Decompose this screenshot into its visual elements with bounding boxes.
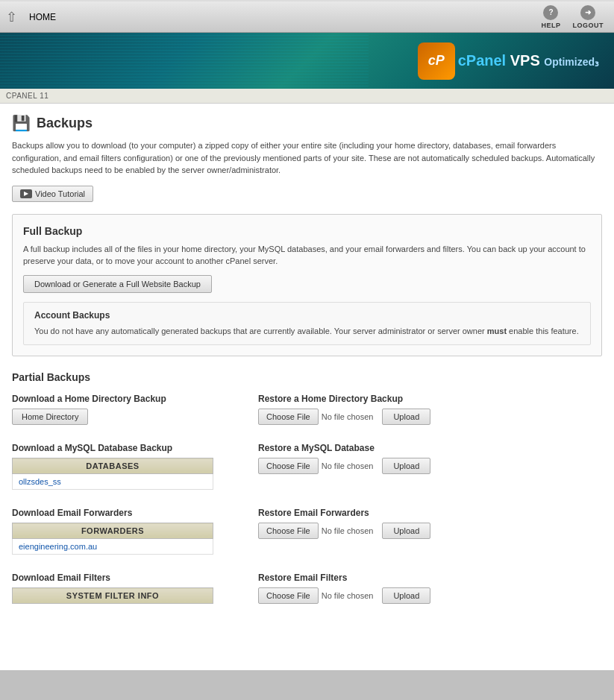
email-filters-restore-section: Restore Email Filters Choose File No fil… bbox=[258, 573, 430, 604]
home-directory-row: Download a Home Directory Backup Home Di… bbox=[12, 394, 602, 425]
banner-decoration bbox=[0, 33, 369, 89]
banner: cP cPanel VPS Optimized₃ bbox=[0, 33, 614, 89]
mysql-database-row: Download a MySQL Database Backup Databas… bbox=[12, 443, 602, 490]
breadcrumb-text: cPanel 11 bbox=[6, 92, 48, 100]
help-nav-button[interactable]: ? HELP bbox=[536, 4, 565, 31]
home-dir-file-input-group: Choose File No file chosen Upload bbox=[258, 409, 430, 425]
table-row[interactable]: ollzsdes_ss bbox=[13, 474, 213, 490]
table-row[interactable]: eiengineering.com.au bbox=[13, 539, 213, 555]
back-arrow-icon[interactable]: ⇧ bbox=[6, 9, 17, 25]
mysql-db-choose-file-button[interactable]: Choose File bbox=[258, 458, 319, 474]
video-icon: ▶ bbox=[20, 189, 32, 198]
mysql-db-restore-section: Restore a MySQL Database Choose File No … bbox=[258, 443, 430, 474]
home-dir-choose-file-button[interactable]: Choose File bbox=[258, 409, 319, 425]
email-filters-restore-title: Restore Email Filters bbox=[258, 573, 430, 583]
email-forwarders-upload-button[interactable]: Upload bbox=[382, 523, 430, 539]
mysql-db-no-file-text: No file chosen bbox=[322, 461, 374, 470]
top-navigation: ⇧ HOME ? HELP ➜ LOGOUT bbox=[0, 0, 614, 33]
banner-brand-text: cPanel VPS Optimized₃ bbox=[458, 52, 599, 69]
logout-nav-button[interactable]: ➜ LOGOUT bbox=[568, 4, 609, 31]
video-tutorial-label: Video Tutorial bbox=[35, 189, 85, 198]
email-forwarders-download-title: Download Email Forwarders bbox=[12, 508, 243, 518]
email-forwarders-restore-section: Restore Email Forwarders Choose File No … bbox=[258, 508, 430, 539]
account-backups-title: Account Backups bbox=[34, 310, 580, 321]
home-dir-no-file-text: No file chosen bbox=[322, 412, 374, 421]
logout-nav-label: LOGOUT bbox=[573, 22, 604, 29]
email-filters-file-input-group: Choose File No file chosen Upload bbox=[258, 587, 430, 604]
email-forwarders-file-input-group: Choose File No file chosen Upload bbox=[258, 523, 430, 539]
email-filters-download-title: Download Email Filters bbox=[12, 573, 243, 583]
email-forwarders-no-file-text: No file chosen bbox=[322, 526, 374, 535]
video-tutorial-button[interactable]: ▶ Video Tutorial bbox=[12, 186, 93, 202]
backups-icon: 💾 bbox=[12, 114, 31, 132]
forwarders-table-header: Forwarders bbox=[13, 523, 213, 539]
system-filter-table-header: System Filter Info bbox=[13, 588, 213, 604]
email-forwarders-row: Download Email Forwarders Forwarders eie… bbox=[12, 508, 602, 555]
nav-left: ⇧ HOME bbox=[6, 9, 60, 25]
email-forwarders-choose-file-button[interactable]: Choose File bbox=[258, 523, 319, 539]
main-content: 💾 Backups Backups allow you to download … bbox=[0, 104, 614, 670]
page-title: Backups bbox=[37, 116, 93, 131]
email-filters-choose-file-button[interactable]: Choose File bbox=[258, 587, 319, 604]
mysql-db-file-input-group: Choose File No file chosen Upload bbox=[258, 458, 430, 474]
home-directory-button[interactable]: Home Directory bbox=[12, 409, 88, 425]
databases-table-header: Databases bbox=[13, 458, 213, 474]
nav-right: ? HELP ➜ LOGOUT bbox=[536, 4, 608, 31]
partial-backups-title: Partial Backups bbox=[12, 371, 602, 383]
help-icon: ? bbox=[543, 5, 558, 20]
system-filter-table: System Filter Info bbox=[12, 587, 213, 604]
page-description: Backups allow you to download (to your c… bbox=[12, 139, 602, 177]
account-backups-description: You do not have any automatically genera… bbox=[34, 325, 580, 338]
account-backups-must: must bbox=[487, 327, 507, 335]
email-filters-upload-button[interactable]: Upload bbox=[382, 587, 430, 604]
home-dir-download-section: Download a Home Directory Backup Home Di… bbox=[12, 394, 243, 425]
home-dir-restore-title: Restore a Home Directory Backup bbox=[258, 394, 430, 404]
full-backup-description: A full backup includes all of the files … bbox=[23, 243, 591, 268]
database-name-cell[interactable]: ollzsdes_ss bbox=[13, 474, 213, 490]
email-forwarders-download-section: Download Email Forwarders Forwarders eie… bbox=[12, 508, 243, 555]
databases-table: Databases ollzsdes_ss bbox=[12, 458, 213, 490]
home-dir-restore-section: Restore a Home Directory Backup Choose F… bbox=[258, 394, 430, 425]
download-full-backup-button[interactable]: Download or Generate a Full Website Back… bbox=[23, 275, 212, 293]
account-backups-desc-part2: enable this feature. bbox=[507, 327, 579, 335]
logout-icon: ➜ bbox=[580, 5, 595, 20]
help-nav-label: HELP bbox=[541, 22, 560, 29]
mysql-db-restore-title: Restore a MySQL Database bbox=[258, 443, 430, 453]
full-backup-title: Full Backup bbox=[23, 225, 591, 237]
email-forwarders-restore-title: Restore Email Forwarders bbox=[258, 508, 430, 518]
forwarder-name-cell[interactable]: eiengineering.com.au bbox=[13, 539, 213, 555]
cpanel-logo-icon: cP bbox=[418, 42, 455, 80]
home-nav-label: HOME bbox=[29, 12, 56, 22]
home-nav-button[interactable]: HOME bbox=[25, 10, 60, 24]
mysql-db-upload-button[interactable]: Upload bbox=[382, 458, 430, 474]
home-dir-download-title: Download a Home Directory Backup bbox=[12, 394, 243, 404]
banner-logo: cP cPanel VPS Optimized₃ bbox=[418, 42, 599, 80]
mysql-db-download-title: Download a MySQL Database Backup bbox=[12, 443, 243, 453]
mysql-db-download-section: Download a MySQL Database Backup Databas… bbox=[12, 443, 243, 490]
page-title-row: 💾 Backups bbox=[12, 114, 602, 132]
email-filters-row: Download Email Filters System Filter Inf… bbox=[12, 573, 602, 604]
breadcrumb: cPanel 11 bbox=[0, 89, 614, 104]
email-filters-download-section: Download Email Filters System Filter Inf… bbox=[12, 573, 243, 604]
forwarders-table: Forwarders eiengineering.com.au bbox=[12, 523, 213, 555]
account-backups-desc-part1: You do not have any automatically genera… bbox=[34, 327, 487, 335]
account-backups-box: Account Backups You do not have any auto… bbox=[23, 302, 591, 346]
home-dir-upload-button[interactable]: Upload bbox=[382, 409, 430, 425]
email-filters-no-file-text: No file chosen bbox=[322, 591, 374, 600]
full-backup-section: Full Backup A full backup includes all o… bbox=[12, 214, 602, 357]
